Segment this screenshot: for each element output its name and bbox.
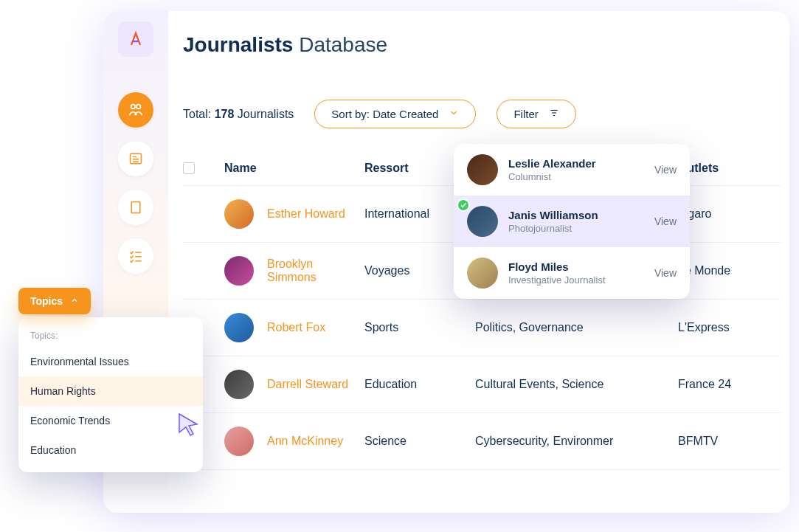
suggestion-item[interactable]: Janis Williamson Photojournalist View <box>454 196 690 247</box>
table-row[interactable]: Ann McKinney Science Cybersecurity, Envi… <box>183 413 781 470</box>
topics-menu-item[interactable]: Education <box>18 435 203 465</box>
logo-a-icon <box>127 30 145 48</box>
row-name: Ann McKinney <box>267 435 343 448</box>
topics-menu-item[interactable]: Human Rights <box>18 376 203 406</box>
filter-icon <box>549 108 559 120</box>
list-icon <box>128 249 143 263</box>
suggestion-name: Floyd Miles <box>508 260 644 273</box>
row-outlet: France 24 <box>678 378 767 391</box>
svg-rect-6 <box>131 202 140 213</box>
page-title: Journalists Database <box>183 33 387 57</box>
page-title-main: Journalists <box>183 33 293 56</box>
row-name: Robert Fox <box>267 321 325 334</box>
row-topics: Politics, Governance <box>475 321 678 334</box>
row-outlet: Le Monde <box>678 264 767 277</box>
avatar <box>224 370 254 399</box>
row-outlet: BFMTV <box>678 435 767 448</box>
sidebar-nav-news[interactable] <box>118 141 153 176</box>
svg-point-1 <box>136 105 141 109</box>
suggestion-role: Investigative Journalist <box>508 274 644 286</box>
selected-check-icon <box>457 198 470 212</box>
avatar <box>467 206 498 237</box>
row-ressort: Science <box>364 435 475 448</box>
suggestion-role: Photojournalist <box>508 223 644 234</box>
row-name: Brooklyn Simmons <box>267 258 364 284</box>
suggestion-role: Columnist <box>508 171 644 182</box>
sidebar-nav-lists[interactable] <box>118 238 153 274</box>
view-link[interactable]: View <box>654 164 677 176</box>
page-title-sub: Database <box>299 33 387 56</box>
row-outlet: L'Express <box>678 321 767 334</box>
row-topics: Cybersecurity, Environmer <box>475 435 678 448</box>
controls-row: Total: 178 Journalists Sort by: Date Cre… <box>183 100 576 128</box>
table-row[interactable]: Robert Fox Sports Politics, Governance L… <box>183 300 781 356</box>
app-logo <box>118 21 153 57</box>
row-ressort: Education <box>364 378 475 391</box>
topics-chip-button[interactable]: Topics <box>18 288 91 314</box>
suggestion-name: Janis Williamson <box>508 209 644 221</box>
sort-dropdown[interactable]: Sort by: Date Created <box>314 100 476 128</box>
avatar <box>224 426 254 456</box>
suggestion-name: Leslie Alexander <box>508 157 644 170</box>
filter-label: Filter <box>513 108 538 120</box>
sidebar-nav-orgs[interactable] <box>118 190 153 225</box>
filter-button[interactable]: Filter <box>497 100 575 128</box>
avatar <box>224 256 254 286</box>
chevron-down-icon <box>449 108 459 120</box>
table-row[interactable]: Darrell Steward Education Cultural Event… <box>183 356 781 413</box>
view-link[interactable]: View <box>654 267 677 279</box>
row-topics: Cultural Events, Science <box>475 378 678 391</box>
topics-menu-label: Topics: <box>18 331 203 347</box>
row-name: Darrell Steward <box>267 378 348 391</box>
suggestion-item[interactable]: Leslie Alexander Columnist View <box>454 144 690 196</box>
topics-menu: Topics: Environmental Issues Human Right… <box>18 317 203 472</box>
journalist-suggestions-dropdown: Leslie Alexander Columnist View Janis Wi… <box>454 144 690 299</box>
cursor-pointer-icon <box>177 412 199 440</box>
people-icon <box>128 102 144 118</box>
chevron-up-icon <box>70 295 79 307</box>
row-outlet: Figaro <box>678 207 767 221</box>
select-all-checkbox[interactable] <box>183 162 195 174</box>
sort-label: Sort by: Date Created <box>331 108 438 120</box>
col-name: Name <box>224 162 364 175</box>
avatar <box>224 199 254 229</box>
topics-menu-item[interactable]: Economic Trends <box>18 406 203 435</box>
newspaper-icon <box>128 151 143 166</box>
view-link[interactable]: View <box>654 215 677 227</box>
avatar <box>224 313 254 342</box>
building-icon <box>128 200 143 215</box>
svg-point-0 <box>131 105 136 109</box>
col-outlets: Outlets <box>678 162 767 175</box>
row-name: Esther Howard <box>267 207 345 221</box>
total-count: Total: 178 Journalists <box>183 108 294 121</box>
row-ressort: Sports <box>364 321 475 334</box>
topics-chip-label: Topics <box>30 295 63 307</box>
avatar <box>467 258 498 289</box>
suggestion-item[interactable]: Floyd Miles Investigative Journalist Vie… <box>454 247 690 299</box>
avatar <box>467 154 498 185</box>
sidebar-nav-people[interactable] <box>118 92 153 128</box>
topics-menu-item[interactable]: Environmental Issues <box>18 347 203 376</box>
